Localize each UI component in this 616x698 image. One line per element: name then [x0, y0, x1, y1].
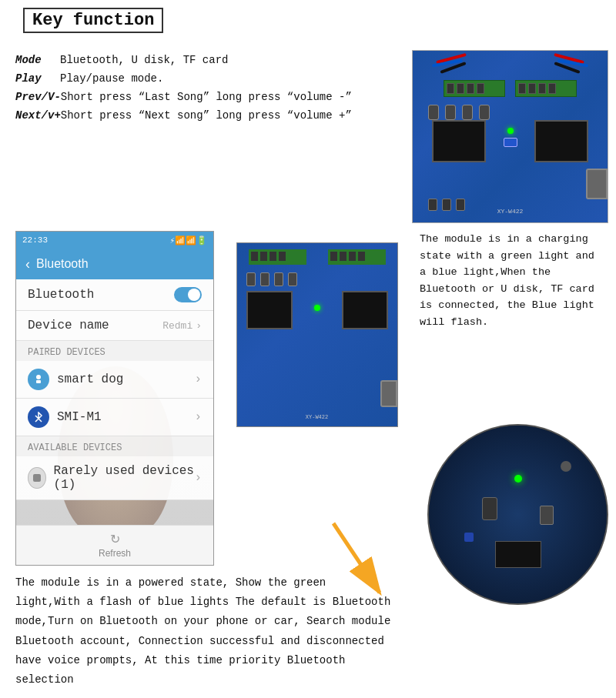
- key-desc-play: Play/pause mode.: [60, 72, 404, 85]
- available-devices-header: AVAILABLE DEVICES: [16, 436, 213, 456]
- key-desc-prev: Short press “Last Song” long press “volu…: [61, 91, 404, 103]
- page-container: Key function Mode Bluetooth, U disk, TF …: [0, 0, 616, 698]
- terminal-pin: [457, 83, 464, 94]
- small-component: [504, 138, 517, 147]
- t-pin: [340, 252, 346, 261]
- circle-led: [514, 475, 522, 483]
- svg-line-4: [333, 523, 380, 593]
- key-desc-next: Short press “Next song” long press “volu…: [61, 109, 404, 122]
- ic-chip-1: [432, 120, 486, 162]
- m-cap: [246, 272, 256, 286]
- terminal-pin: [518, 83, 526, 94]
- mid-green-led: [314, 305, 320, 311]
- mid-led: [314, 305, 320, 311]
- t-pin: [270, 252, 276, 261]
- key-row-next: Next/v+ Short press “Next song” long pre…: [15, 109, 404, 122]
- back-arrow-icon[interactable]: ‹: [25, 256, 30, 272]
- device-name-label: Device name: [28, 319, 109, 332]
- pcb-circle-surface: [429, 426, 607, 603]
- key-label-next: Next/v+: [15, 109, 61, 122]
- svg-point-0: [36, 375, 41, 379]
- available-device-1-label: Rarely used devices (1): [54, 464, 195, 492]
- phone-status-bar: 22:33 ⚡📶📶🔋: [16, 232, 213, 249]
- circle-cap-1: [482, 497, 497, 520]
- phone-time: 22:33: [22, 235, 48, 245]
- key-function-box: Key function: [23, 8, 163, 33]
- mid-ic-1: [246, 291, 293, 329]
- chevron-right-icon: ›: [196, 320, 202, 332]
- desc-right-text: The module is in a charging state with a…: [420, 231, 601, 331]
- device-icon-2: [28, 406, 49, 428]
- t-pin: [330, 252, 337, 261]
- cap-1: [428, 199, 437, 211]
- phone-status-icons: ⚡📶📶🔋: [169, 235, 207, 245]
- pcb-top-board: XY-W422: [413, 51, 608, 222]
- green-terminal-right: [515, 80, 577, 97]
- phone-screenshot: 22:33 ⚡📶📶🔋 ‹ Bluetooth Bluetooth Devic: [15, 231, 214, 566]
- capacitors-row: [428, 105, 490, 120]
- available-device-1-row[interactable]: Rarely used devices (1) ›: [16, 456, 213, 500]
- page-title: Key function: [32, 11, 154, 30]
- mid-usb: [380, 380, 397, 407]
- device-name-item[interactable]: Device name Redmi ›: [16, 311, 213, 341]
- mid-ic-2: [342, 291, 388, 329]
- circle-cap-2: [540, 506, 554, 525]
- available-device-icon: [28, 467, 46, 489]
- arrow-indicator: [318, 516, 395, 612]
- bottom-caps: [428, 199, 465, 211]
- board-label: XY-W422: [497, 208, 524, 215]
- m-cap: [288, 272, 297, 286]
- bluetooth-toggle-item[interactable]: Bluetooth: [16, 279, 213, 311]
- key-desc-mode: Bluetooth, U disk, TF card: [60, 54, 404, 66]
- terminal-pin: [467, 83, 474, 94]
- title-section: Key function: [15, 8, 608, 42]
- arrow-right-icon-3: ›: [194, 471, 202, 485]
- refresh-icon[interactable]: ↻: [22, 532, 207, 546]
- phone-content-overlay: Bluetooth Device name Redmi › PAIRED DEV…: [16, 279, 213, 500]
- arrow-right-icon-1: ›: [194, 372, 202, 386]
- t-pin: [349, 252, 356, 261]
- capacitor-3: [462, 105, 473, 120]
- top-pcb-image: XY-W422: [412, 50, 608, 223]
- m-cap: [274, 272, 283, 286]
- mid-caps: [246, 272, 297, 286]
- refresh-label: Refresh: [99, 548, 131, 559]
- t-pin: [358, 252, 365, 261]
- phone-header-title: Bluetooth: [36, 257, 89, 271]
- bluetooth-label: Bluetooth: [28, 288, 94, 302]
- paired-device-1-label: smart dog: [57, 372, 123, 386]
- key-label-prev: Prev/V-: [15, 91, 61, 103]
- top-section: Mode Bluetooth, U disk, TF card Play Pla…: [15, 50, 608, 223]
- capacitor-1: [428, 105, 439, 120]
- circle-ic: [495, 541, 541, 568]
- pcb-middle-container: XY-W422: [226, 231, 408, 566]
- mid-terminal-r: [328, 249, 386, 265]
- paired-device-2-row[interactable]: SMI-M1 ›: [16, 399, 213, 436]
- device-name-value: Redmi ›: [162, 320, 202, 332]
- device-icon-1: [28, 369, 49, 390]
- key-label-play: Play: [15, 72, 60, 85]
- capacitor-4: [479, 105, 490, 120]
- t-pin: [251, 252, 258, 261]
- key-row-play: Play Play/pause mode.: [15, 72, 404, 85]
- capacitor-2: [445, 105, 456, 120]
- key-row-prev: Prev/V- Short press “Last Song” long pre…: [15, 91, 404, 103]
- paired-device-1-row[interactable]: smart dog ›: [16, 361, 213, 399]
- terminal-pin: [447, 83, 454, 94]
- circle-comp-1: [561, 461, 571, 472]
- terminal-pin: [538, 83, 546, 94]
- usb-connector: [586, 169, 608, 199]
- cap-2: [442, 199, 451, 211]
- pcb-middle-surface: XY-W422: [237, 243, 397, 426]
- svg-rect-1: [36, 380, 41, 383]
- t-pin: [279, 252, 286, 261]
- key-label-mode: Mode: [15, 54, 60, 66]
- terminal-pin: [528, 83, 536, 94]
- center-components: [504, 128, 517, 147]
- svg-rect-2: [33, 474, 41, 482]
- cap-3: [456, 199, 465, 211]
- mid-terminal-l: [249, 249, 306, 265]
- bluetooth-toggle[interactable]: [174, 287, 202, 302]
- arrow-right-icon-2: ›: [194, 410, 202, 424]
- t-pin: [260, 252, 267, 261]
